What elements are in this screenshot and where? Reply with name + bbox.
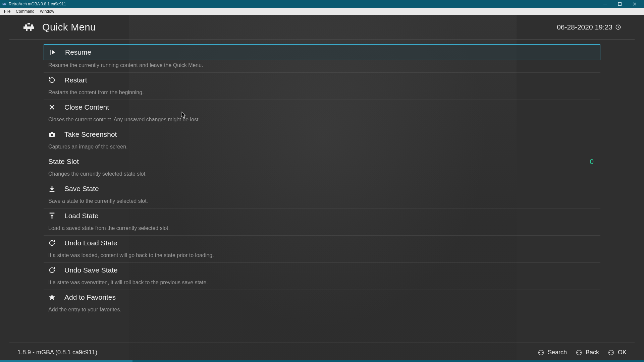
svg-rect-7 (23, 26, 34, 29)
menu-item-add-to-favorites[interactable]: Add to FavoritesAdd the entry to your fa… (44, 290, 600, 317)
footer-status: 1.8.9 - mGBA (0.8.1 ca9c911) (17, 349, 97, 356)
hint-back-label: Back (586, 349, 599, 356)
dpad-icon (576, 349, 582, 356)
svg-point-38 (611, 354, 612, 355)
svg-point-32 (579, 350, 580, 351)
upload-icon (48, 212, 56, 220)
download-icon (48, 185, 56, 192)
menu-item-label: Restart (64, 76, 87, 84)
clock: 06-28-2020 19:23 (557, 23, 621, 31)
menubar: File Command Window (0, 8, 644, 15)
close-button[interactable] (627, 0, 642, 8)
menu-item-description: Restarts the content from the beginning. (44, 87, 600, 97)
menu-file[interactable]: File (1, 8, 13, 14)
hint-search[interactable]: Search (538, 349, 567, 356)
hint-ok[interactable]: OK (608, 349, 627, 356)
camera-icon (48, 131, 56, 138)
svg-rect-8 (25, 24, 27, 26)
app-icon (2, 2, 7, 6)
menu-list[interactable]: ResumeResume the currently running conte… (30, 40, 614, 343)
menu-item-description: Closes the current content. Any unsaved … (44, 115, 600, 124)
menu-item-undo-load-state[interactable]: Undo Load StateIf a state was loaded, co… (44, 236, 600, 263)
menu-item-undo-save-state[interactable]: Undo Save StateIf a state was overwritte… (44, 263, 600, 290)
hint-search-label: Search (548, 349, 567, 356)
menu-item-label: Undo Save State (64, 266, 118, 274)
clock-text: 06-28-2020 19:23 (557, 23, 612, 31)
menu-item-value: 0 (590, 158, 596, 166)
menu-item-load-state[interactable]: Load StateLoad a saved state from the cu… (44, 208, 600, 236)
svg-point-35 (580, 352, 581, 353)
dpad-icon (608, 349, 614, 356)
menu-item-description: Add the entry to your favorites. (44, 305, 600, 314)
svg-point-30 (542, 352, 543, 353)
undo-icon (48, 239, 56, 247)
svg-point-29 (539, 352, 540, 353)
svg-line-15 (618, 27, 619, 28)
menu-item-description: Save a state to the currently selected s… (44, 196, 600, 205)
svg-rect-0 (3, 3, 6, 5)
menu-command[interactable]: Command (13, 8, 37, 14)
window-titlebar: RetroArch mGBA 0.8.1 ca9c911 (0, 0, 644, 8)
hint-back[interactable]: Back (576, 349, 599, 356)
svg-rect-1 (3, 3, 4, 4)
menu-item-label: Load State (64, 212, 99, 220)
minimize-button[interactable] (598, 0, 612, 8)
menu-item-description: If a state was loaded, content will go b… (44, 250, 600, 260)
window-title: RetroArch mGBA 0.8.1 ca9c911 (9, 2, 66, 6)
menu-item-description: Changes the currently selected state slo… (44, 169, 600, 178)
menu-item-restart[interactable]: RestartRestarts the content from the beg… (44, 73, 600, 100)
menu-item-label: Resume (65, 48, 91, 56)
svg-point-28 (541, 354, 542, 355)
menu-item-label: Save State (64, 185, 99, 193)
menu-item-label: State Slot (48, 158, 79, 166)
play-icon (49, 49, 56, 56)
svg-rect-10 (26, 29, 28, 31)
dpad-icon (538, 349, 544, 356)
footer: 1.8.9 - mGBA (0.8.1 ca9c911) Search Back… (9, 343, 635, 362)
menu-item-label: Take Screenshot (64, 130, 117, 138)
star-icon (48, 294, 56, 301)
menu-item-state-slot[interactable]: State Slot0Changes the currently selecte… (44, 154, 600, 181)
svg-marker-17 (52, 50, 55, 55)
svg-rect-2 (5, 3, 6, 4)
menu-item-description: Resume the currently running content and… (44, 60, 600, 70)
menu-item-save-state[interactable]: Save StateSave a state to the currently … (44, 181, 600, 208)
menu-item-description: Load a saved state from the currently se… (44, 223, 600, 233)
header: Quick Menu 06-28-2020 19:23 (9, 15, 635, 40)
svg-point-22 (51, 134, 53, 136)
svg-point-40 (612, 352, 613, 353)
menu-item-resume[interactable]: ResumeResume the currently running conte… (44, 44, 600, 73)
page-title: Quick Menu (42, 22, 96, 33)
maximize-button[interactable] (612, 0, 627, 8)
svg-rect-4 (619, 3, 622, 6)
svg-point-27 (541, 350, 542, 351)
menu-item-description: Captures an image of the screen. (44, 142, 600, 151)
svg-rect-12 (28, 23, 30, 24)
svg-point-33 (579, 354, 580, 355)
svg-point-39 (609, 352, 610, 353)
menu-item-take-screenshot[interactable]: Take ScreenshotCaptures an image of the … (44, 127, 600, 154)
clock-icon (615, 24, 621, 30)
menu-window[interactable]: Window (37, 8, 57, 14)
svg-point-34 (577, 352, 578, 353)
taskbar-edge (0, 360, 644, 362)
menu-item-description: If a state was overwritten, it will roll… (44, 278, 600, 287)
restart-icon (48, 76, 56, 84)
svg-rect-9 (31, 24, 33, 26)
retroarch-logo-icon (23, 21, 35, 33)
menu-item-close-content[interactable]: Close ContentCloses the current content.… (44, 100, 600, 127)
hint-ok-label: OK (618, 349, 627, 356)
svg-rect-21 (51, 132, 53, 133)
svg-point-37 (611, 350, 612, 351)
svg-marker-25 (49, 294, 55, 300)
menu-item-label: Close Content (64, 103, 109, 111)
undo-icon (48, 266, 56, 274)
close-icon (48, 104, 56, 111)
menu-item-label: Undo Load State (64, 239, 117, 247)
menu-item-label: Add to Favorites (64, 293, 116, 301)
svg-rect-11 (30, 29, 32, 31)
